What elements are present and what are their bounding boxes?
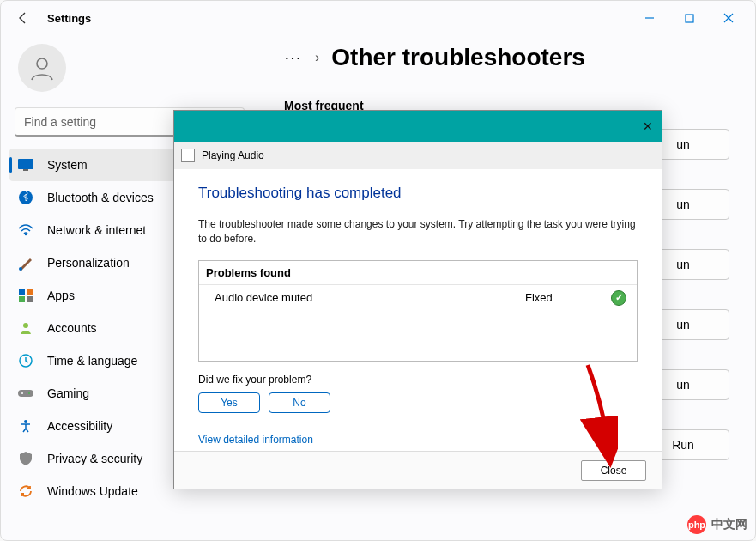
accounts-icon bbox=[18, 320, 33, 336]
window-title: Settings bbox=[47, 12, 91, 25]
sidebar-item-label: Gaming bbox=[47, 386, 89, 400]
sidebar-item-label: Accounts bbox=[47, 321, 97, 335]
avatar[interactable] bbox=[18, 44, 66, 92]
wifi-icon bbox=[18, 222, 33, 238]
problem-status: Fixed bbox=[525, 291, 611, 304]
svg-rect-3 bbox=[18, 159, 33, 169]
svg-point-17 bbox=[24, 420, 27, 423]
chevron-right-icon: › bbox=[315, 50, 319, 65]
yes-button[interactable]: Yes bbox=[198, 392, 260, 413]
breadcrumb: ⋯ › Other troubleshooters bbox=[284, 44, 729, 71]
svg-rect-8 bbox=[19, 289, 25, 295]
titlebar: Settings bbox=[1, 1, 755, 35]
dialog-title: Playing Audio bbox=[202, 149, 264, 161]
svg-point-7 bbox=[19, 267, 22, 270]
bluetooth-icon bbox=[18, 190, 33, 205]
problem-name: Audio device muted bbox=[209, 291, 525, 304]
svg-rect-10 bbox=[19, 296, 25, 302]
sidebar-item-label: Privacy & security bbox=[47, 452, 142, 465]
view-details-link[interactable]: View detailed information bbox=[198, 434, 313, 446]
breadcrumb-ellipsis[interactable]: ⋯ bbox=[284, 47, 303, 68]
svg-rect-11 bbox=[27, 296, 33, 302]
dialog-heading: Troubleshooting has completed bbox=[198, 185, 638, 202]
shield-icon bbox=[18, 451, 33, 466]
svg-point-6 bbox=[25, 234, 27, 235]
sidebar-item-label: Windows Update bbox=[47, 484, 138, 498]
sidebar-item-label: Bluetooth & devices bbox=[47, 191, 154, 204]
watermark: php 中文网 bbox=[687, 515, 747, 534]
troubleshooter-dialog: ✕ Playing Audio Troubleshooting has comp… bbox=[173, 110, 662, 489]
brush-icon bbox=[18, 255, 33, 270]
dialog-titlebar: ✕ bbox=[174, 111, 662, 142]
update-icon bbox=[18, 483, 33, 499]
sidebar-item-label: Accessibility bbox=[47, 419, 112, 433]
close-window-button[interactable] bbox=[709, 4, 748, 32]
no-button[interactable]: No bbox=[269, 392, 330, 413]
svg-rect-1 bbox=[686, 15, 693, 22]
problem-row: Audio device muted Fixed ✓ bbox=[199, 285, 637, 311]
sidebar-item-label: Time & language bbox=[47, 354, 137, 368]
clock-icon bbox=[18, 353, 33, 368]
fix-question: Did we fix your problem? bbox=[198, 374, 638, 386]
minimize-button[interactable] bbox=[630, 4, 669, 32]
accessibility-icon bbox=[18, 418, 33, 434]
dialog-close-x[interactable]: ✕ bbox=[643, 119, 653, 133]
audio-icon bbox=[181, 149, 195, 162]
dialog-header: Playing Audio bbox=[174, 142, 662, 169]
problems-found-box: Problems found Audio device muted Fixed … bbox=[198, 260, 638, 362]
close-button[interactable]: Close bbox=[581, 460, 646, 481]
maximize-button[interactable] bbox=[669, 4, 709, 32]
svg-point-15 bbox=[21, 392, 23, 394]
svg-rect-14 bbox=[18, 390, 33, 397]
sidebar-item-label: Apps bbox=[47, 289, 75, 302]
svg-rect-4 bbox=[23, 169, 28, 171]
watermark-badge: php bbox=[687, 515, 706, 534]
problems-heading: Problems found bbox=[199, 261, 637, 285]
svg-rect-9 bbox=[27, 289, 33, 295]
system-icon bbox=[18, 157, 33, 173]
gaming-icon bbox=[18, 386, 33, 401]
page-title: Other troubleshooters bbox=[331, 44, 585, 71]
apps-icon bbox=[18, 288, 33, 303]
svg-point-2 bbox=[37, 58, 47, 69]
back-button[interactable] bbox=[8, 3, 39, 33]
sidebar-item-label: System bbox=[47, 158, 88, 172]
sidebar-item-label: Personalization bbox=[47, 256, 130, 270]
svg-point-16 bbox=[28, 392, 30, 394]
sidebar-item-label: Network & internet bbox=[47, 223, 146, 237]
dialog-description: The troubleshooter made some changes to … bbox=[198, 217, 638, 246]
search-placeholder: Find a setting bbox=[24, 115, 96, 129]
watermark-text: 中文网 bbox=[711, 517, 747, 532]
checkmark-icon: ✓ bbox=[611, 290, 626, 306]
svg-point-12 bbox=[23, 323, 28, 328]
